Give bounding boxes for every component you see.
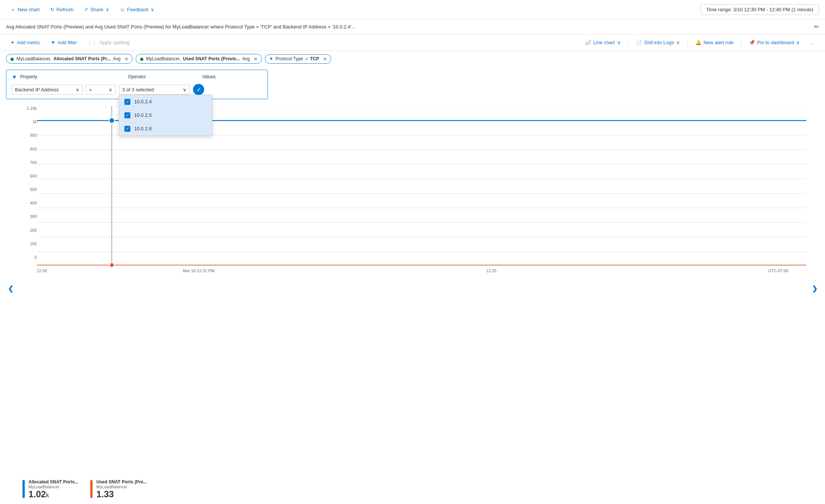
line-chart-chevron-icon: ∨ — [617, 40, 621, 45]
chip2-agg: Avg — [242, 56, 250, 61]
values-dropdown: ✓ 10.0.2.4 ✓ 10.0.2.5 ✓ 10.0.2.6 — [119, 95, 212, 136]
toolbar-left: ＋ New chart ↻ Refresh ↗ Share ∨ ☺ Feedba… — [6, 4, 699, 15]
pin-dashboard-chevron-icon: ∨ — [796, 40, 800, 45]
time-range-button[interactable]: Time range: 3/10 12:30 PM - 12:40 PM (1 … — [701, 4, 819, 15]
add-metric-label: Add metric — [17, 40, 40, 45]
protocol-value: TCP — [310, 56, 319, 61]
chart-nav-left-button[interactable]: ❮ — [5, 283, 16, 294]
legend-val-num-allocated: 1.02 — [28, 489, 46, 499]
legend-item-used: Used SNAT Ports (Pre... MyLoadBalancer 1… — [90, 479, 147, 500]
chip1-close-icon[interactable]: ✕ — [124, 56, 129, 62]
property-select[interactable]: Backend IP Address ∨ — [12, 85, 83, 95]
checkbox-3[interactable]: ✓ — [124, 126, 130, 132]
values-col: Values — [202, 74, 262, 80]
chart-data-point-orange — [109, 263, 114, 267]
legend-val-unit-allocated: k — [46, 492, 49, 498]
more-options-button[interactable]: ... — [806, 37, 819, 48]
dropdown-label-3: 10.0.2.6 — [134, 126, 152, 131]
legend-name-used: Used SNAT Ports (Pre... — [96, 479, 147, 485]
chip1-agg: Avg — [113, 56, 120, 61]
plus-icon: ＋ — [10, 6, 15, 13]
chart-nav-right-button[interactable]: ❯ — [809, 283, 820, 294]
y-label-8: 400 — [21, 201, 37, 205]
time-range-label: Time range: 3/10 12:30 PM - 12:40 PM (1 … — [706, 7, 813, 12]
legend-color-allocated — [22, 480, 25, 498]
legend-value-allocated: 1.02k — [28, 489, 78, 500]
drill-logs-button[interactable]: 📄 Drill into Logs ∨ — [632, 37, 685, 48]
new-alert-rule-button[interactable]: 🔔 New alert rule — [691, 37, 738, 48]
chip2-metric: Used SNAT Ports (Previe... — [183, 56, 240, 61]
share-chevron-icon: ∨ — [106, 7, 109, 12]
operator-chevron-icon: ∨ — [109, 87, 112, 92]
more-options-icon: ... — [810, 40, 815, 45]
x-label-2: Mar 10 12:31 PM — [183, 268, 214, 273]
operator-col: Operator — [128, 74, 188, 80]
legend-item-allocated: Allocated SNAT Ports... MyLoadBalancer 1… — [22, 479, 78, 500]
divider — [628, 39, 629, 46]
feedback-button[interactable]: ☺ Feedback ∨ — [115, 4, 159, 15]
apply-splitting-button[interactable]: ⋮⋮ Apply splitting — [83, 37, 134, 48]
share-button[interactable]: ↗ Share ∨ — [79, 4, 114, 15]
legend-name-allocated: Allocated SNAT Ports... — [28, 479, 78, 485]
legend-sub-allocated: MyLoadBalancer — [28, 485, 78, 489]
operator-select[interactable]: = ∨ — [86, 85, 116, 95]
property-chevron-icon: ∨ — [76, 87, 79, 92]
confirm-filter-button[interactable]: ✓ — [193, 84, 204, 95]
protocol-close-icon[interactable]: ✕ — [323, 56, 327, 62]
add-metric-button[interactable]: ✦ Add metric — [6, 37, 45, 48]
dropdown-label-1: 10.0.2.4 — [134, 99, 152, 104]
values-select[interactable]: 3 of 3 selected ∨ — [119, 85, 190, 95]
pin-dashboard-button[interactable]: 📌 Pin to dashboard ∨ — [744, 37, 804, 48]
share-icon: ↗ — [84, 7, 88, 12]
y-label-5: 700 — [21, 160, 37, 165]
dropdown-item-1[interactable]: ✓ 10.0.2.4 — [119, 95, 212, 109]
divider3 — [741, 39, 741, 46]
drill-logs-icon: 📄 — [636, 40, 642, 45]
dropdown-item-2[interactable]: ✓ 10.0.2.5 — [119, 109, 212, 122]
values-label: Values — [202, 74, 262, 79]
divider2 — [688, 39, 688, 46]
chip2-resource: MyLoadBalancer, — [146, 56, 181, 61]
feedback-label: Feedback — [127, 7, 148, 12]
top-toolbar: ＋ New chart ↻ Refresh ↗ Share ∨ ☺ Feedba… — [0, 0, 825, 19]
chip2-close-icon[interactable]: ✕ — [254, 56, 258, 62]
y-label-10: 200 — [21, 228, 37, 233]
protocol-label: Protocol Type — [276, 56, 303, 61]
metric-chip-2[interactable]: ◆ MyLoadBalancer, Used SNAT Ports (Previ… — [136, 54, 262, 64]
x-label-1: 12:30 — [37, 268, 47, 273]
add-filter-icon: ▼ — [51, 40, 55, 45]
add-filter-button[interactable]: ▼ Add filter — [46, 37, 81, 48]
pin-dashboard-icon: 📌 — [749, 40, 755, 45]
checkbox-2[interactable]: ✓ — [124, 112, 130, 118]
line-chart-button[interactable]: 📈 Line chart ∨ — [581, 37, 625, 48]
dropdown-item-3[interactable]: ✓ 10.0.2.6 — [119, 122, 212, 136]
y-label-9: 300 — [21, 214, 37, 219]
new-alert-rule-label: New alert rule — [704, 40, 734, 45]
pin-dashboard-label: Pin to dashboard — [757, 40, 794, 45]
metric-chip-1[interactable]: ◆ MyLoadBalancer, Allocated SNAT Ports (… — [6, 54, 133, 64]
y-label-12: 0 — [21, 255, 37, 259]
y-label-7: 500 — [21, 187, 37, 192]
y-label-2: 1k — [21, 119, 37, 124]
y-label-1: 1.10k — [21, 106, 37, 110]
new-chart-button[interactable]: ＋ New chart — [6, 4, 44, 15]
chip1-metric: Allocated SNAT Ports (Pr... — [54, 56, 111, 61]
secondary-toolbar: ✦ Add metric ▼ Add filter ⋮⋮ Apply split… — [0, 34, 825, 51]
protocol-operator: = — [305, 56, 308, 61]
feedback-chevron-icon: ∨ — [151, 7, 154, 12]
property-label: Property — [20, 74, 80, 79]
checkbox-1[interactable]: ✓ — [124, 99, 130, 105]
refresh-button[interactable]: ↻ Refresh — [46, 4, 78, 15]
legend-area: Allocated SNAT Ports... MyLoadBalancer 1… — [0, 475, 825, 504]
operator-value: = — [89, 87, 92, 92]
line-chart-label: Line chart — [593, 40, 615, 45]
x-axis: 12:30 Mar 10 12:31 PM 12:35 UTC-07:00 — [0, 267, 825, 274]
add-filter-label: Add filter — [58, 40, 77, 45]
values-container: 3 of 3 selected ∨ ✓ 10.0.2.4 ✓ 10.0.2.5 — [119, 85, 190, 95]
x-label-tz: UTC-07:00 — [768, 268, 788, 273]
values-selected-text: 3 of 3 selected — [122, 87, 154, 92]
protocol-filter-chip[interactable]: ▼ Protocol Type = TCP ✕ — [265, 54, 331, 64]
property-value: Backend IP Address — [15, 87, 59, 92]
edit-icon[interactable]: ✏ — [814, 23, 819, 30]
legend-val-num-used: 1.33 — [96, 489, 114, 499]
